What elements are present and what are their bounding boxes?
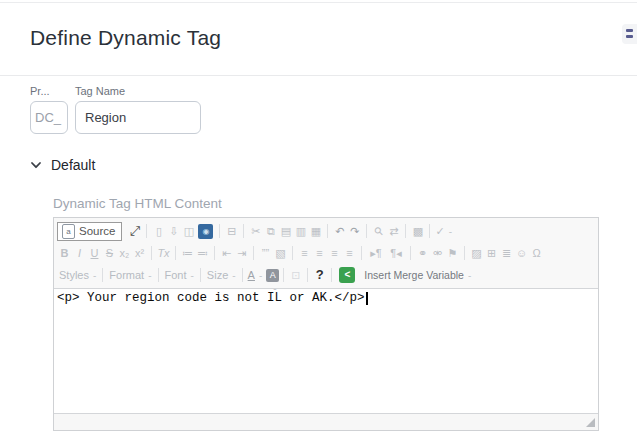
top-divider [0,2,637,3]
undo-icon[interactable]: ↶ [332,222,347,240]
dropdown-caret: - [449,223,452,241]
table-button[interactable]: ⊞ [484,244,499,262]
copy-icon[interactable]: ⧉ [263,222,278,240]
source-content: <p> Your region code is not IL or AK.</p… [57,291,365,305]
toolbar-separator [242,268,243,282]
show-blocks-icon[interactable]: ▩ [410,222,425,240]
highlighted-plugin-icon[interactable]: ◉ [198,224,213,239]
align-left-button[interactable]: ≡ [297,244,312,262]
italic-button[interactable]: I [72,244,87,262]
toolbar-separator [253,246,254,260]
numbered-list-button[interactable]: ≔ [180,244,195,262]
toolbar-separator [283,268,284,282]
editor-toolbar: aSource⤢▯⇩◫◉⊟✂⧉▤▥▦↶↷⚲⇄▩✓-BIUSx₂x²Tx≔≕⇤⇥”… [54,218,598,289]
tag-name-input[interactable] [75,101,201,134]
decrease-indent-button[interactable]: ⇤ [219,244,234,262]
toolbar-separator [146,224,147,238]
new-page-icon[interactable]: ▯ [151,222,166,240]
div-container-button[interactable]: ▧ [273,244,288,262]
corner-button-glyph [626,35,633,38]
toolbar-separator [361,246,362,260]
align-right-button[interactable]: ≡ [327,244,342,262]
source-icon: a [62,224,75,239]
spell-check-icon[interactable]: ✓- [434,222,453,240]
align-center-button[interactable]: ≡ [312,244,327,262]
toolbar-separator [292,246,293,260]
superscript-button[interactable]: x² [132,244,147,262]
justify-button[interactable]: ≡ [342,244,357,262]
font-dropdown[interactable]: Font- [163,269,196,281]
toolbar-separator [243,224,244,238]
blockquote-button[interactable]: ”” [258,244,273,262]
toolbar-separator [214,246,215,260]
prefix-field-group: Pr... [30,85,68,134]
unlink-button[interactable]: ⚮ [430,244,445,262]
image-button[interactable]: ▨ [469,244,484,262]
toolbar-separator [158,268,159,282]
toolbar-separator [200,268,201,282]
redo-icon[interactable]: ↷ [347,222,362,240]
paste-word-icon[interactable]: ▦ [308,222,323,240]
toolbar-separator [175,246,176,260]
toolbar-row: Styles-Format-Font-Size-A-A-⊡?<Insert Me… [57,264,595,286]
bold-button[interactable]: B [57,244,72,262]
editor-label: Dynamic Tag HTML Content [53,196,222,211]
prefix-label: Pr... [30,85,68,97]
remove-format-button[interactable]: Tx [156,244,171,262]
dropdown-caret: - [93,270,96,281]
strikethrough-button[interactable]: S [102,244,117,262]
partial-corner-button[interactable] [622,24,637,44]
define-dynamic-tag-dialog: Define Dynamic Tag Pr... Tag Name Defaul… [0,0,637,431]
dropdown-caret: - [232,270,235,281]
dropdown-caret: - [148,270,151,281]
source-content-area[interactable]: <p> Your region code is not IL or AK.</p… [54,289,598,413]
toolbar-separator [464,246,465,260]
increase-indent-button[interactable]: ⇥ [234,244,249,262]
dropdown-caret: - [468,270,471,281]
import-document-icon[interactable]: ⇩ [166,222,181,240]
text-color-button[interactable]: A- [247,266,264,284]
maximize-icon[interactable]: ⤢ [127,222,142,240]
preview-icon[interactable]: ◫ [181,222,196,240]
horizontal-rule-button[interactable]: ≣ [499,244,514,262]
bulleted-list-button[interactable]: ≕ [195,244,210,262]
disabled-button[interactable]: ⊡ [288,266,303,284]
resize-handle-icon[interactable] [586,418,595,427]
link-button[interactable]: ⚭ [415,244,430,262]
toolbar-separator [410,246,411,260]
paste-text-icon[interactable]: ▥ [293,222,308,240]
size-dropdown[interactable]: Size- [205,269,238,281]
toolbar-separator [405,224,406,238]
text-direction-ltr-button[interactable]: ▸¶ [366,244,386,262]
text-direction-rtl-button[interactable]: ¶◂ [386,244,406,262]
toolbar-row: BIUSx₂x²Tx≔≕⇤⇥””▧≡≡≡≡▸¶¶◂⚭⚮⚑▨⊞≣☺Ω [57,242,595,264]
dropdown-caret: - [259,267,262,285]
toolbar-row: aSource⤢▯⇩◫◉⊟✂⧉▤▥▦↶↷⚲⇄▩✓- [57,220,595,242]
cut-icon[interactable]: ✂ [248,222,263,240]
styles-dropdown[interactable]: Styles- [57,269,98,281]
templates-icon[interactable]: ⊟ [224,222,239,240]
toolbar-separator [151,246,152,260]
insert-merge-variable-dropdown[interactable]: Insert Merge Variable- [362,269,473,281]
format-dropdown[interactable]: Format- [107,269,153,281]
about-button[interactable]: ? [312,266,327,284]
default-section-toggle[interactable]: Default [30,155,95,175]
chevron-down-icon[interactable] [30,159,42,171]
prefix-input[interactable] [30,101,68,134]
toolbar-separator [307,268,308,282]
anchor-button[interactable]: ⚑ [445,244,460,262]
paste-icon[interactable]: ▤ [278,222,293,240]
underline-button[interactable]: U [87,244,102,262]
text-caret [366,292,368,305]
editor-footer [54,413,598,430]
insert-merge-icon[interactable]: < [339,267,355,283]
special-character-button[interactable]: Ω [529,244,544,262]
tag-name-field-group: Tag Name [75,85,201,134]
section-title: Default [51,157,95,173]
smiley-button[interactable]: ☺ [514,244,529,262]
toolbar-separator [429,224,430,238]
source-button[interactable]: aSource [57,222,122,241]
toolbar-separator [102,268,103,282]
background-color-button[interactable]: A- [266,269,279,282]
subscript-button[interactable]: x₂ [117,244,132,262]
